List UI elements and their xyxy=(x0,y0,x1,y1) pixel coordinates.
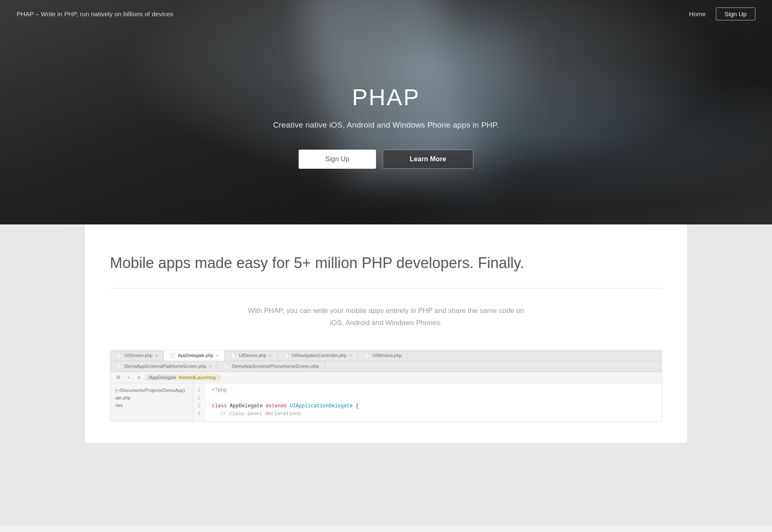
sidebar-row-item[interactable]: ries xyxy=(110,401,193,409)
tab-file-icon: 📄 xyxy=(170,353,176,358)
tab-file-icon: 📄 xyxy=(223,364,229,369)
nav-home-link[interactable]: Home xyxy=(689,10,706,17)
code-line-2 xyxy=(212,394,359,402)
tab-file-icon: 📄 xyxy=(364,353,370,358)
bottom-background xyxy=(0,443,772,526)
toolbar-more-btn[interactable]: ≡ xyxy=(136,374,142,381)
code-line-1: <?php xyxy=(212,387,359,394)
toolbar-settings-btn[interactable]: ⚙ xyxy=(114,374,122,381)
tab-close-icon[interactable]: × xyxy=(216,353,218,358)
code-content[interactable]: <?php class AppDelegate extends UIApplic… xyxy=(205,383,365,422)
tab-uinavigation[interactable]: 📄 UINavigationController.php × xyxy=(278,350,358,361)
section-heading: Mobile apps made easy for 5+ million PHP… xyxy=(110,254,662,273)
editor-mockup: 📄 UIScreen.php × 📄 AppDelegate.php × 📄 U… xyxy=(110,350,662,422)
sidebar-row-project[interactable]: (~/Documents/Projects/DemoApp) xyxy=(110,387,193,394)
tab-uidevice[interactable]: 📄 UIDevice.php × xyxy=(225,350,277,361)
navbar-brand: PHAP – Write in PHP, run natively on bil… xyxy=(17,10,173,17)
section-body: With PHAP, you can write your mobile app… xyxy=(240,305,532,329)
tab-file-icon: 📄 xyxy=(116,353,122,358)
tab-file-icon: 📄 xyxy=(284,353,290,358)
navbar: PHAP – Write in PHP, run natively on bil… xyxy=(0,0,772,28)
sidebar-row-file[interactable]: ate.php xyxy=(110,394,193,401)
hero-signup-button[interactable]: Sign Up xyxy=(299,150,376,169)
tab-close-icon[interactable]: × xyxy=(349,353,351,358)
section-divider xyxy=(110,288,662,288)
content-section: Mobile apps made easy for 5+ million PHP… xyxy=(85,224,687,443)
tab-close-icon[interactable]: × xyxy=(155,353,157,358)
tab-close-icon[interactable]: × xyxy=(269,353,271,358)
tab-uiscreen[interactable]: 📄 UIScreen.php × xyxy=(110,350,164,361)
tab-ipad-screen[interactable]: 📄 DemoAppScreensiPadHomeScreen.php × xyxy=(110,361,218,372)
editor-path: \AppDelegate finishedLaunching xyxy=(145,374,220,381)
hero-content: PHAP Creative native iOS, Android and Wi… xyxy=(0,28,772,224)
editor-toolbar: ⚙ ⋆ ≡ \AppDelegate finishedLaunching xyxy=(110,372,662,383)
line-numbers: 1 2 3 4 xyxy=(193,383,205,422)
tab-appdelegate[interactable]: 📄 AppDelegate.php × xyxy=(164,350,225,361)
hero-title: PHAP xyxy=(352,84,420,111)
tab-file-icon: 📄 xyxy=(230,353,236,358)
editor-primary-tabs: 📄 UIScreen.php × 📄 AppDelegate.php × 📄 U… xyxy=(110,350,662,361)
tab-file-icon: 📄 xyxy=(116,364,122,369)
hero-buttons: Sign Up Learn More xyxy=(299,150,473,169)
hero-subtitle: Creative native iOS, Android and Windows… xyxy=(273,121,499,130)
editor-left-sidebar: (~/Documents/Projects/DemoApp) ate.php r… xyxy=(110,383,193,422)
toolbar-nav-btn[interactable]: ⋆ xyxy=(126,374,132,381)
code-line-4: // class-level declarations xyxy=(212,410,359,418)
hero-learn-more-button[interactable]: Learn More xyxy=(383,150,473,169)
tab-iphone-screen[interactable]: 📄 DemoAppScreensiPhoneHomeScreen.php xyxy=(218,361,325,372)
code-editor-area: 1 2 3 4 <?php class AppDelegate extends … xyxy=(193,383,662,422)
tab-close-icon[interactable]: × xyxy=(209,364,211,369)
editor-secondary-tabs: 📄 DemoAppScreensiPadHomeScreen.php × 📄 D… xyxy=(110,361,662,372)
hero-section: PHAP – Write in PHP, run natively on bil… xyxy=(0,0,772,224)
code-line-3: class AppDelegate extends UIApplicationD… xyxy=(212,402,359,410)
editor-body-panel: (~/Documents/Projects/DemoApp) ate.php r… xyxy=(110,383,662,422)
tab-uiwindow[interactable]: 📄 UIWindow.php xyxy=(358,350,408,361)
navbar-nav: Home Sign Up xyxy=(689,7,755,20)
nav-signup-button[interactable]: Sign Up xyxy=(716,7,755,20)
